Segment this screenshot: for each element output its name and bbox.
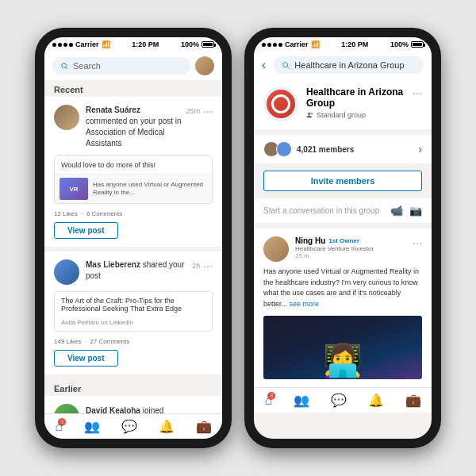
search-wrapper-r[interactable]: Healthcare in Arizona Group <box>274 56 424 74</box>
post-comments-2: 27 Comments <box>90 338 129 345</box>
signal-dot-1 <box>52 43 56 47</box>
vr-icon: VR <box>69 186 78 193</box>
post-body: Has anyone used Virtual or Augmented Rea… <box>263 267 422 309</box>
messaging-icon-r: 💬 <box>331 393 347 408</box>
notif-more-1[interactable]: ··· <box>203 105 213 117</box>
see-more-link[interactable]: see more <box>290 300 320 308</box>
notif-time-2: 2h <box>192 262 200 270</box>
post-card: Ning Hu 1st Owner Healthcare Venture Inv… <box>254 228 432 387</box>
wifi-icon-r: 📶 <box>311 40 320 48</box>
signal-dot-r4 <box>278 43 282 47</box>
nav-messaging[interactable]: 💬 <box>121 419 137 434</box>
post-author-title: Healthcare Venture Investor <box>295 245 406 252</box>
home-badge-r: 3 <box>267 392 275 400</box>
author-avatar-1 <box>54 105 79 130</box>
nav-home-r[interactable]: ⌂ 3 <box>264 393 272 408</box>
messaging-icon: 💬 <box>121 419 137 434</box>
jobs-icon: 💼 <box>196 419 212 434</box>
conversation-placeholder: Start a conversation in this group <box>263 206 379 215</box>
post-inner-1: VR Has anyone used Virtual or Augmented … <box>55 174 212 203</box>
nav-jobs-r[interactable]: 💼 <box>405 393 421 408</box>
signal-dot-4 <box>69 43 73 47</box>
post-author-row: Ning Hu 1st Owner Healthcare Venture Inv… <box>263 236 422 262</box>
members-row[interactable]: 4,021 members › <box>254 134 432 164</box>
signal-dot-r1 <box>262 43 266 47</box>
notif-author-3: David Kealoha <box>86 406 140 413</box>
right-phone: Carrier 📶 1:20 PM 100% ‹ <box>244 28 441 448</box>
notif-header-2: Mas Lieberenz shared your post 2h ··· <box>54 259 213 285</box>
start-conversation[interactable]: Start a conversation in this group 📹 📷 <box>254 198 432 224</box>
carrier-label: Carrier <box>75 40 99 48</box>
group-more-btn[interactable]: ··· <box>413 86 422 99</box>
post-comments-1: 6 Comments <box>86 210 122 217</box>
post-vr-image: 👩‍💻 <box>263 316 422 379</box>
notif-time-1: 25m <box>186 107 201 115</box>
bottom-nav-right: ⌂ 3 👥 💬 🔔 💼 <box>254 387 432 413</box>
vr-person-icon: 👩‍💻 <box>323 342 363 379</box>
home-badge: 3 <box>58 418 66 426</box>
post-author-avatar <box>263 236 289 262</box>
group-type: Standard group <box>306 111 405 119</box>
post-preview-1: Would love to do more of this! VR Has an… <box>54 155 213 204</box>
camera-icon[interactable]: 📷 <box>409 205 422 217</box>
status-bar-left: Carrier 📶 1:20 PM 100% <box>44 37 222 52</box>
earlier-label: Earlier <box>44 379 222 396</box>
svg-point-2 <box>283 63 288 67</box>
search-bar-left: Search <box>44 52 222 80</box>
nav-notifications[interactable]: 🔔 <box>159 419 175 434</box>
signal-dot-r3 <box>273 43 277 47</box>
view-post-btn-2[interactable]: View post <box>54 350 118 367</box>
notif-author-2: Mas Lieberenz <box>86 260 140 269</box>
user-avatar[interactable] <box>195 56 214 75</box>
battery-fill <box>203 43 213 46</box>
post-likes-1: 12 Likes <box>54 210 78 217</box>
wifi-icon: 📶 <box>102 40 110 48</box>
group-logo <box>263 86 298 121</box>
nav-home[interactable]: ⌂ 3 <box>55 420 63 434</box>
nav-notifications-r[interactable]: 🔔 <box>368 393 384 408</box>
status-left: Carrier 📶 <box>52 40 110 48</box>
battery-area: 100% <box>181 40 214 48</box>
notif-more-2[interactable]: ··· <box>203 259 213 272</box>
invite-members-btn[interactable]: Invite members <box>263 171 422 191</box>
nav-network[interactable]: 👥 <box>84 419 100 434</box>
time-label: 1:20 PM <box>132 40 159 48</box>
recent-label: Recent <box>44 80 222 97</box>
post-subtitle-1: Has anyone used Virtual or Augmented Rea… <box>93 181 207 198</box>
view-post-btn-1[interactable]: View post <box>54 222 118 239</box>
search-wrapper[interactable]: Search <box>52 57 190 75</box>
post-more-btn[interactable]: ··· <box>413 236 422 249</box>
svg-line-3 <box>287 67 289 68</box>
battery-fill-r <box>413 43 422 46</box>
right-screen: Carrier 📶 1:20 PM 100% ‹ <box>254 37 432 439</box>
network-icon: 👥 <box>84 419 100 434</box>
left-phone: Carrier 📶 1:20 PM 100% <box>35 28 232 448</box>
nav-jobs[interactable]: 💼 <box>196 419 212 434</box>
back-button[interactable]: ‹ <box>262 58 266 72</box>
left-content: Recent Renata Suárez commented on your p… <box>44 80 222 413</box>
post-preview-2: The Art of the Craft: Pro-Tips for the P… <box>54 291 213 332</box>
notif-left-2: Mas Lieberenz shared your post <box>54 259 189 285</box>
signal-dot-r2 <box>267 43 271 47</box>
search-icon <box>60 62 68 70</box>
status-left-r: Carrier 📶 <box>262 40 320 48</box>
post-meta-1: 12 Likes · 6 Comments <box>54 210 213 217</box>
notifications-icon-r: 🔔 <box>368 393 384 408</box>
status-bar-right: Carrier 📶 1:20 PM 100% <box>254 37 432 52</box>
author-avatar-3 <box>54 404 79 413</box>
group-icon <box>306 111 314 119</box>
nav-network-r[interactable]: 👥 <box>294 393 309 408</box>
search-icon-r <box>282 61 290 69</box>
members-info: 4,021 members <box>263 141 354 157</box>
search-placeholder: Search <box>73 61 101 71</box>
member-avatar-2 <box>276 141 292 157</box>
left-screen: Carrier 📶 1:20 PM 100% <box>44 37 222 439</box>
video-icon[interactable]: 📹 <box>390 205 403 217</box>
notif-action-1: commented on your post <box>86 117 175 125</box>
notif-text-2: Mas Lieberenz shared your post <box>86 259 189 282</box>
svg-point-5 <box>311 113 313 115</box>
post-quote: Would love to do more of this! <box>55 156 212 174</box>
post-author-info: Ning Hu 1st Owner Healthcare Venture Inv… <box>295 236 406 259</box>
nav-messaging-r[interactable]: 💬 <box>331 393 347 408</box>
post-title-2: The Art of the Craft: Pro-Tips for the P… <box>55 292 212 317</box>
